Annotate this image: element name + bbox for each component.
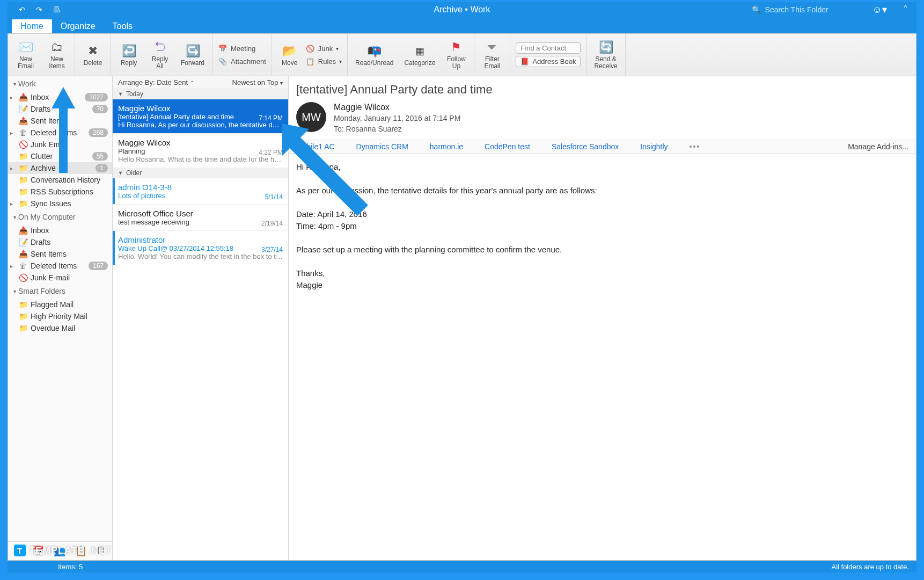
sidebar-section-header[interactable]: ▾ On My Computer	[8, 209, 112, 224]
filter-email-button[interactable]: ⏷Filter Email	[480, 40, 504, 70]
chevron-down-icon: ▾	[336, 46, 339, 52]
to-recipient: Rosanna Suarez	[346, 125, 402, 133]
reply-icon: ↩️	[121, 44, 136, 59]
follow-up-button[interactable]: ⚑Follow Up	[444, 40, 468, 70]
collapse-ribbon-icon[interactable]: ˄	[903, 4, 908, 16]
junk-icon: 🚫	[305, 44, 315, 53]
print-icon[interactable]: 🖶	[52, 5, 61, 15]
folder-drafts[interactable]: 📝Drafts70	[8, 103, 112, 115]
msg-preview: Hello Rosanna, What is the time and date…	[118, 155, 283, 163]
expand-icon[interactable]: ▸	[10, 201, 13, 207]
find-contact-input[interactable]	[516, 42, 581, 54]
folder-inbox[interactable]: 📥Inbox	[8, 224, 112, 236]
folder-drafts[interactable]: 📝Drafts	[8, 236, 112, 248]
search-box[interactable]: 🔍	[752, 5, 856, 14]
ribbon: ✉️New Email 🗂New Items ✖Delete ↩️Reply ⮌…	[8, 33, 916, 76]
folder-overdue-mail[interactable]: 📁Overdue Mail	[8, 322, 112, 334]
send-receive-button[interactable]: 🔄Send & Receive	[592, 40, 619, 70]
message-item[interactable]: Maggie WilcoxPlanningHello Rosanna, What…	[113, 134, 288, 168]
drafts-icon: 📝	[19, 105, 27, 113]
expand-icon[interactable]: ▸	[10, 263, 13, 269]
new-items-button[interactable]: 🗂New Items	[45, 40, 69, 70]
move-button[interactable]: 📂Move	[277, 44, 302, 67]
categorize-icon: ▦	[412, 44, 427, 59]
msg-from: Administrator	[118, 235, 283, 244]
forward-icon: ↪️	[185, 44, 200, 59]
folder-conversation-history[interactable]: 📁Conversation History	[8, 174, 112, 186]
addin-link[interactable]: Dynamics CRM	[356, 142, 408, 151]
folder-sent-items[interactable]: 📤Sent Items	[8, 248, 112, 260]
msglist-section[interactable]: ▼ Today	[113, 89, 288, 99]
tab-organize[interactable]: Organize	[52, 19, 104, 33]
redo-icon[interactable]: ↷	[34, 5, 44, 15]
search-icon: 🔍	[752, 5, 761, 14]
manage-addins[interactable]: Manage Add-ins...	[848, 142, 908, 151]
msglist-section[interactable]: ▼ Older	[113, 168, 288, 178]
folder-label: Inbox	[31, 93, 82, 102]
new-email-button[interactable]: ✉️New Email	[13, 40, 38, 70]
msg-time: 7:14 PM	[259, 114, 283, 122]
undo-icon[interactable]: ↶	[17, 5, 27, 15]
attachment-button[interactable]: 📎Attachment	[218, 55, 266, 67]
message-item[interactable]: Microsoft Office Usertest message receiv…	[113, 205, 288, 231]
msg-from: admin O14-3-8	[118, 183, 283, 192]
folder-clutter[interactable]: 📁Clutter55	[8, 150, 112, 162]
folder-inbox[interactable]: ▸📥Inbox3027	[8, 91, 112, 103]
flag-icon: ⚑	[449, 40, 464, 55]
trash-icon: 🗑	[19, 262, 27, 270]
meeting-button[interactable]: 📅Meeting	[218, 42, 266, 54]
reply-button[interactable]: ↩️Reply	[116, 44, 141, 67]
message-item[interactable]: AdministratorWake Up Call@ 03/27/2014 12…	[113, 231, 288, 265]
folder-sent-items[interactable]: 📤Sent Items	[8, 115, 112, 127]
calendar-icon: 📅	[218, 44, 228, 53]
message-item[interactable]: Maggie Wilcox[tentative] Annual Party da…	[113, 99, 288, 134]
sidebar-section-header[interactable]: ▾ Work	[8, 76, 112, 91]
expand-icon[interactable]: ▸	[10, 165, 13, 171]
expand-icon[interactable]: ▸	[10, 130, 13, 136]
item-count: Items: 5	[58, 563, 83, 571]
sort-order[interactable]: Newest on Top ▾	[232, 78, 283, 86]
junk-button[interactable]: 🚫Junk▾	[305, 42, 342, 54]
folder-flagged-mail[interactable]: 📁Flagged Mail	[8, 299, 112, 310]
expand-icon[interactable]: ▸	[10, 95, 13, 100]
inbox-icon: 📥	[19, 93, 27, 102]
feedback-icon[interactable]: ☺▾	[872, 4, 887, 16]
tab-home[interactable]: Home	[12, 19, 52, 33]
folder-label: Deleted Items	[31, 128, 85, 137]
message-item[interactable]: admin O14-3-8Lots of pictures5/1/14	[113, 178, 288, 205]
categorize-button[interactable]: ▦Categorize	[402, 44, 437, 67]
tab-tools[interactable]: Tools	[104, 19, 141, 33]
folder-icon: 📁	[19, 164, 27, 172]
folder-high-priority-mail[interactable]: 📁High Priority Mail	[8, 310, 112, 322]
folder-deleted-items[interactable]: ▸🗑Deleted Items268	[8, 127, 112, 139]
folder-archive[interactable]: ▸📁Archive1	[8, 162, 112, 174]
folder-sync-issues[interactable]: ▸📁Sync Issues	[8, 198, 112, 209]
rules-icon: 📋	[305, 56, 315, 66]
folder-rss-subscriptions[interactable]: 📁RSS Subscriptions	[8, 186, 112, 198]
addin-more[interactable]: •••	[690, 142, 701, 151]
folder-label: High Priority Mail	[31, 312, 108, 321]
folder-deleted-items[interactable]: ▸🗑Deleted Items167	[8, 260, 112, 272]
addin-link[interactable]: Mobile1 AC	[296, 142, 335, 151]
new-items-icon: 🗂	[49, 40, 64, 55]
sidebar-section-header[interactable]: ▾ Smart Folders	[8, 284, 112, 299]
msg-time: 3/27/14	[261, 246, 283, 253]
addin-link[interactable]: Insightly	[640, 142, 668, 151]
search-input[interactable]	[765, 5, 856, 14]
addin-link[interactable]: harmon.ie	[430, 142, 463, 151]
addin-link[interactable]: Salesforce Sandbox	[552, 142, 619, 151]
msg-preview: Hi Rosanna, As per our discussion, the t…	[118, 121, 283, 129]
reply-all-button[interactable]: ⮌Reply All	[148, 40, 172, 70]
folder-junk-e-mail[interactable]: 🚫Junk E-mail	[8, 272, 112, 284]
address-book-button[interactable]: 📕Address Book	[516, 56, 581, 67]
read-unread-button[interactable]: 📭Read/Unread	[353, 44, 395, 67]
folder-icon: 📁	[19, 312, 27, 321]
folder-junk-email[interactable]: 🚫Junk Email	[8, 139, 112, 150]
folder-badge: 268	[89, 128, 108, 137]
forward-button[interactable]: ↪️Forward	[179, 44, 207, 67]
addin-link[interactable]: CodePen test	[485, 142, 530, 151]
rules-button[interactable]: 📋Rules▾	[305, 55, 342, 67]
delete-button[interactable]: ✖Delete	[80, 44, 105, 67]
arrange-by[interactable]: Arrange By: Date Sent ⌃	[118, 78, 194, 86]
folder-icon: 📁	[19, 176, 27, 184]
